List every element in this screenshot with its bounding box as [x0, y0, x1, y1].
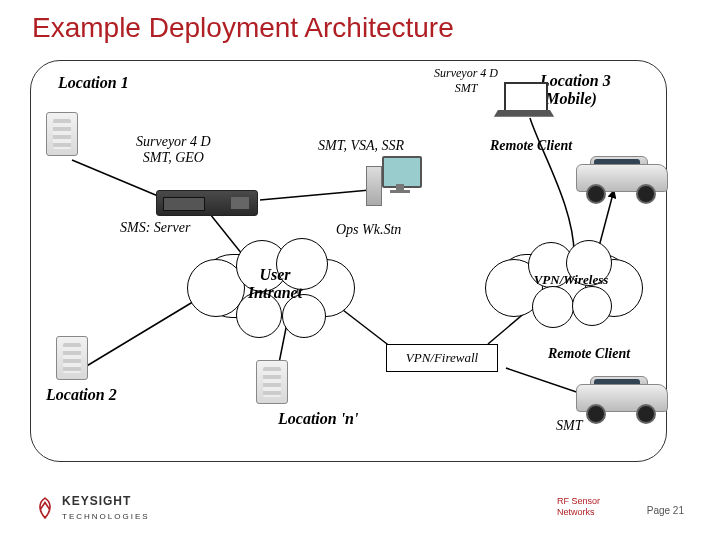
text-line: Location 3 [540, 72, 611, 89]
keysight-logo: KEYSIGHT TECHNOLOGIES [34, 494, 150, 522]
vpn-firewall-box: VPN/Firewall [386, 344, 498, 372]
text-line: Surveyor 4 D [434, 66, 498, 80]
laptop-icon [498, 82, 550, 120]
brand-bold: KEYSIGHT [62, 494, 131, 508]
server-icon [156, 190, 258, 216]
location-3-label: Location 3 (Mobile) [540, 72, 611, 108]
text-line: Surveyor 4 D [136, 134, 211, 149]
desktop-icon [366, 156, 426, 208]
location-n-label: Location 'n' [278, 410, 358, 428]
smt-label: SMT [556, 418, 582, 434]
brand-light: TECHNOLOGIES [62, 512, 150, 521]
text-line: SMT, GEO [143, 150, 204, 165]
user-intranet-label: User Intranet [232, 266, 318, 302]
vpn-wireless-label: VPN/Wireless [516, 272, 626, 288]
cloud-bump [532, 286, 574, 328]
remote-client-1-label: Remote Client [490, 138, 572, 154]
sensor-icon [46, 112, 78, 156]
location-2-label: Location 2 [46, 386, 117, 404]
footer-rf-label: RF Sensor Networks [557, 496, 600, 518]
page-number: Page 21 [647, 505, 684, 516]
smt-vsa-ssr-label: SMT, VSA, SSR [318, 138, 404, 154]
cloud-bump [572, 286, 612, 326]
remote-client-2-label: Remote Client [548, 346, 630, 362]
logo-mark-icon [34, 497, 56, 519]
vehicle-icon [576, 376, 666, 418]
sensor-icon [256, 360, 288, 404]
vehicle-icon [576, 156, 666, 198]
ops-wkstn-label: Ops Wk.Stn [336, 222, 401, 238]
sms-server-label: SMS: Server [120, 220, 190, 236]
surveyor-smt-label: Surveyor 4 D SMT [434, 66, 498, 96]
surveyor-smt-geo-label: Surveyor 4 D SMT, GEO [136, 134, 211, 166]
slide-title: Example Deployment Architecture [32, 12, 454, 44]
logo-text: KEYSIGHT TECHNOLOGIES [62, 494, 150, 522]
location-1-label: Location 1 [58, 74, 129, 92]
slide: Example Deployment Architecture Location… [0, 0, 720, 540]
text-line: SMT [455, 81, 478, 95]
sensor-icon [56, 336, 88, 380]
